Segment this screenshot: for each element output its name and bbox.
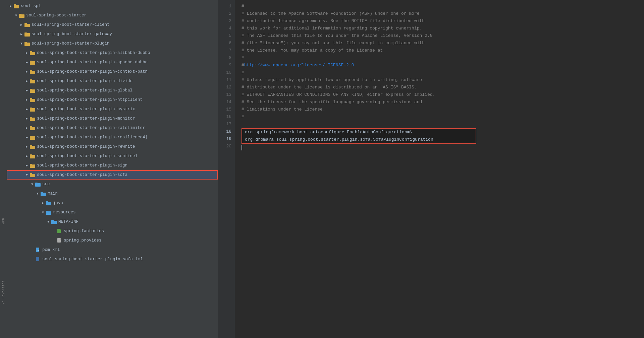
svg-rect-5 xyxy=(24,23,27,24)
tree-item-soul-spring-boot-starter-plugin-global[interactable]: soul-spring-boot-starter-plugin-global xyxy=(7,86,218,95)
line-number: 9 xyxy=(218,62,231,69)
comment-text: # the License. You may obtain a copy of … xyxy=(241,47,383,54)
tree-item-java[interactable]: java xyxy=(7,198,218,208)
code-line: org.dromara.soul.spring.boot.starter.plu… xyxy=(242,136,476,143)
tree-item-pom-xml[interactable]: mpom.xml xyxy=(7,245,218,255)
tree-item-soul-spring-boot-starter-plugin-hystrix[interactable]: soul-spring-boot-starter-plugin-hystrix xyxy=(7,105,218,114)
comment-text: # Licensed to the Apache Software Founda… xyxy=(241,10,420,17)
code-line: # contributor license agreements. See th… xyxy=(241,17,644,25)
tree-arrow[interactable] xyxy=(24,126,30,130)
comment-text: # contributor license agreements. See th… xyxy=(241,17,425,25)
tree-item-soul-spring-boot-starter-plugin-context-path[interactable]: soul-spring-boot-starter-plugin-context-… xyxy=(7,67,218,76)
tree-arrow[interactable] xyxy=(35,192,40,196)
tree-item-soul-spring-boot-starter[interactable]: soul-spring-boot-starter xyxy=(7,11,218,20)
tree-arrow[interactable] xyxy=(24,70,30,74)
cursor xyxy=(241,145,242,150)
svg-rect-43 xyxy=(46,201,48,202)
tree-item-spring-factories[interactable]: spring.factories xyxy=(7,226,218,236)
line-number: 3 xyxy=(218,17,231,25)
tree-arrow[interactable] xyxy=(40,211,46,214)
svg-rect-41 xyxy=(41,192,43,193)
tree-item-src[interactable]: src xyxy=(7,180,218,189)
folder-icon xyxy=(30,88,36,93)
tree-arrow[interactable] xyxy=(24,98,30,102)
tree-item-soul-spring-boot-starter-plugin-sign[interactable]: soul-spring-boot-starter-plugin-sign xyxy=(7,161,218,170)
tree-arrow[interactable] xyxy=(24,88,30,92)
code-line: # xyxy=(241,3,644,10)
tree-item-main[interactable]: main xyxy=(7,189,218,198)
tree-arrow[interactable] xyxy=(24,51,30,55)
tree-arrow[interactable] xyxy=(24,107,30,111)
folder-icon xyxy=(30,173,36,177)
svg-rect-40 xyxy=(41,193,46,196)
comment-text: # (the "License"); you may not use this … xyxy=(241,40,425,47)
code-line: # xyxy=(241,54,644,62)
tree-item-META-INF[interactable]: META-INF xyxy=(7,217,218,226)
tree-arrow[interactable] xyxy=(19,42,24,46)
code-line: org.springframework.boot.autoconfigure.E… xyxy=(242,129,476,136)
tree-arrow[interactable] xyxy=(30,183,35,186)
file-icon-factories xyxy=(56,229,62,233)
tree-item-resources[interactable]: resources xyxy=(7,208,218,217)
folder-icon xyxy=(24,22,30,27)
folder-icon xyxy=(30,97,36,102)
tree-arrow[interactable] xyxy=(13,14,19,17)
svg-rect-16 xyxy=(30,80,35,83)
tree-item-soul-spring-boot-starter-client[interactable]: soul-spring-boot-starter-client xyxy=(7,20,218,29)
tree-arrow[interactable] xyxy=(40,201,46,205)
tree-item-soul-spring-boot-starter-plugin-resilience4j[interactable]: soul-spring-boot-starter-plugin-resilien… xyxy=(7,133,218,142)
code-lines[interactable]: ## Licensed to the Apache Software Found… xyxy=(235,0,644,338)
tree-item-soul-spring-boot-starter-plugin-monitor[interactable]: soul-spring-boot-starter-plugin-monitor xyxy=(7,114,218,123)
tree-item-soul-spring-boot-starter-plugin-httpclient[interactable]: soul-spring-boot-starter-plugin-httpclie… xyxy=(7,95,218,105)
tree-arrow[interactable] xyxy=(24,79,30,83)
folder-icon xyxy=(30,107,36,112)
tree-item-label: pom.xml xyxy=(42,248,60,252)
code-line: # limitations under the License. xyxy=(241,106,644,113)
tree-item-soul-spring-boot-starter-plugin-sofa-iml[interactable]: soul-spring-boot-starter-plugin-sofa.iml xyxy=(7,255,218,264)
svg-rect-33 xyxy=(30,154,32,155)
tree-item-soul-spring-boot-starter-plugin-apache-dubbo[interactable]: soul-spring-boot-starter-plugin-apache-d… xyxy=(7,58,218,67)
tree-item-label: soul-spring-boot-starter-plugin-apache-d… xyxy=(37,60,148,65)
tree-item-soul-spl[interactable]: soul-spl xyxy=(7,1,218,11)
tree-arrow[interactable] xyxy=(24,145,30,149)
tree-item-spring-provides[interactable]: spring.provides xyxy=(7,236,218,245)
tree-item-soul-spring-boot-starter-plugin-sentinel[interactable]: soul-spring-boot-starter-plugin-sentinel xyxy=(7,151,218,161)
tree-item-soul-spring-boot-starter-plugin-alibaba-dubbo[interactable]: soul-spring-boot-starter-plugin-alibaba-… xyxy=(7,48,218,58)
svg-rect-24 xyxy=(30,118,35,121)
comment-link[interactable]: http://www.apache.org/licenses/LICENSE-2… xyxy=(244,62,354,69)
tree-item-soul-spring-boot-starter-plugin-ratelimiter[interactable]: soul-spring-boot-starter-plugin-ratelimi… xyxy=(7,123,218,133)
line-number: 11 xyxy=(218,76,231,84)
svg-rect-19 xyxy=(30,89,32,90)
line-number: 6 xyxy=(218,40,231,47)
tree-item-soul-spring-boot-starter-plugin-divide[interactable]: soul-spring-boot-starter-plugin-divide xyxy=(7,76,218,86)
tree-item-label: soul-spring-boot-starter-plugin-sign xyxy=(37,163,127,168)
svg-rect-10 xyxy=(30,52,35,55)
tree-arrow[interactable] xyxy=(19,23,24,27)
line-number: 18 xyxy=(218,128,231,135)
line-number: 7 xyxy=(218,47,231,54)
comment-text: # xyxy=(241,54,244,62)
tree-item-soul-spring-boot-starter-plugin-rewrite[interactable]: soul-spring-boot-starter-plugin-rewrite xyxy=(7,142,218,151)
highlight-code: org.dromara.soul.spring.boot.starter.plu… xyxy=(245,136,433,143)
tree-arrow[interactable] xyxy=(24,135,30,139)
highlight-box: org.springframework.boot.autoconfigure.E… xyxy=(241,128,476,144)
tree-arrow[interactable] xyxy=(24,173,30,177)
tree-item-soul-spring-boot-starter-plugin[interactable]: soul-spring-boot-starter-plugin xyxy=(7,39,218,48)
tree-arrow[interactable] xyxy=(24,60,30,64)
tree-item-soul-spring-boot-starter-gateway[interactable]: soul-spring-boot-starter-gateway xyxy=(7,29,218,39)
tree-arrow[interactable] xyxy=(8,4,13,8)
tree-arrow[interactable] xyxy=(24,154,30,158)
tree-arrow[interactable] xyxy=(24,117,30,121)
tree-arrow[interactable] xyxy=(19,32,24,36)
code-line xyxy=(241,121,644,128)
tree-arrow[interactable] xyxy=(24,163,30,167)
code-line: # Unless required by applicable law or a… xyxy=(241,76,644,84)
svg-rect-20 xyxy=(30,99,35,102)
tree-arrow[interactable] xyxy=(46,220,51,224)
line-number: 8 xyxy=(218,54,231,62)
tree-item-label: resources xyxy=(53,210,76,215)
svg-rect-14 xyxy=(30,71,35,74)
svg-rect-36 xyxy=(30,174,35,177)
svg-rect-12 xyxy=(30,61,35,65)
tree-item-soul-spring-boot-starter-plugin-sofa[interactable]: soul-spring-boot-starter-plugin-sofa xyxy=(7,170,218,180)
